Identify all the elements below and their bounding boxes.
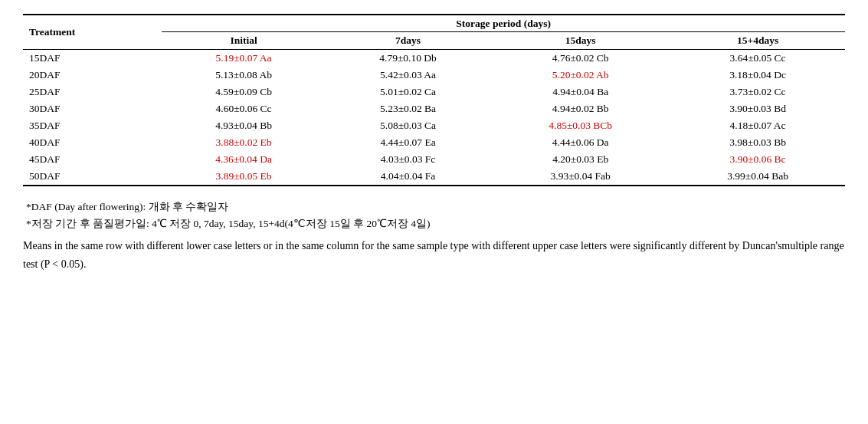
- 15days-header: 15days: [490, 32, 670, 50]
- data-cell: 3.64±0.05 Cc: [670, 50, 845, 67]
- table-container: Treatment Storage period (days) Initial …: [23, 14, 845, 186]
- initial-header: Initial: [162, 32, 326, 50]
- treatment-cell: 45DAF: [23, 151, 162, 168]
- data-cell: 3.99±0.04 Bab: [670, 168, 845, 186]
- data-cell: 5.13±0.08 Ab: [162, 67, 326, 84]
- treatment-cell: 50DAF: [23, 168, 162, 186]
- footnote-section: *DAF (Day after flowering): 개화 후 수확일자 *저…: [23, 197, 845, 231]
- data-cell: 5.23±0.02 Ba: [326, 100, 490, 117]
- paragraph-text: Means in the same row with different low…: [23, 237, 845, 274]
- data-cell: 3.98±0.03 Bb: [670, 134, 845, 151]
- 15plus4days-header: 15+4days: [670, 32, 845, 50]
- treatment-cell: 40DAF: [23, 134, 162, 151]
- data-cell: 4.18±0.07 Ac: [670, 117, 845, 134]
- data-cell: 4.76±0.02 Cb: [490, 50, 670, 67]
- data-cell: 3.88±0.02 Eb: [162, 134, 326, 151]
- data-cell: 3.89±0.05 Eb: [162, 168, 326, 186]
- data-cell: 4.94±0.02 Bb: [490, 100, 670, 117]
- data-cell: 3.90±0.03 Bd: [670, 100, 845, 117]
- data-cell: 3.93±0.04 Fab: [490, 168, 670, 186]
- data-table: Treatment Storage period (days) Initial …: [23, 14, 845, 186]
- data-cell: 5.01±0.02 Ca: [326, 84, 490, 100]
- data-cell: 4.59±0.09 Cb: [162, 84, 326, 100]
- data-cell: 5.42±0.03 Aa: [326, 67, 490, 84]
- data-cell: 3.90±0.06 Bc: [670, 151, 845, 168]
- data-cell: 5.19±0.07 Aa: [162, 50, 326, 67]
- treatment-cell: 20DAF: [23, 67, 162, 84]
- data-cell: 4.79±0.10 Db: [326, 50, 490, 67]
- storage-period-header: Storage period (days): [162, 15, 845, 32]
- data-cell: 4.03±0.03 Fc: [326, 151, 490, 168]
- treatment-header: Treatment: [23, 15, 162, 50]
- footnote-line-1: *DAF (Day after flowering): 개화 후 수확일자: [26, 200, 845, 214]
- data-cell: 3.73±0.02 Cc: [670, 84, 845, 100]
- data-cell: 4.20±0.03 Eb: [490, 151, 670, 168]
- 7days-header: 7days: [326, 32, 490, 50]
- data-cell: 4.93±0.04 Bb: [162, 117, 326, 134]
- treatment-cell: 30DAF: [23, 100, 162, 117]
- data-cell: 4.85±0.03 BCb: [490, 117, 670, 134]
- data-cell: 5.08±0.03 Ca: [326, 117, 490, 134]
- data-cell: 4.04±0.04 Fa: [326, 168, 490, 186]
- data-cell: 4.60±0.06 Cc: [162, 100, 326, 117]
- data-cell: 3.18±0.04 Dc: [670, 67, 845, 84]
- data-cell: 4.44±0.06 Da: [490, 134, 670, 151]
- data-cell: 4.44±0.07 Ea: [326, 134, 490, 151]
- treatment-cell: 25DAF: [23, 84, 162, 100]
- footnote-line-2: *저장 기간 후 품질평가일: 4℃ 저장 0, 7day, 15day, 15…: [26, 217, 845, 231]
- data-cell: 4.94±0.04 Ba: [490, 84, 670, 100]
- treatment-cell: 15DAF: [23, 50, 162, 67]
- treatment-cell: 35DAF: [23, 117, 162, 134]
- data-cell: 4.36±0.04 Da: [162, 151, 326, 168]
- data-cell: 5.20±0.02 Ab: [490, 67, 670, 84]
